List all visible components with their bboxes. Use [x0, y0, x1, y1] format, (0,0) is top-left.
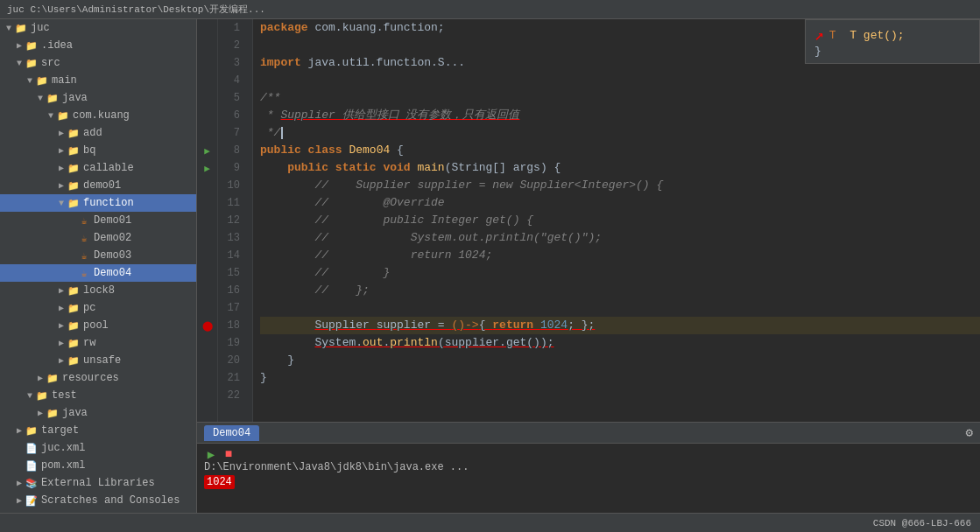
- arrow-icon: ▶: [56, 320, 67, 331]
- code-line-6: * Supplier 供给型接口 没有参数，只有返回值: [260, 107, 980, 124]
- run-controls: ▶ ■: [204, 447, 973, 461]
- sidebar-item-label: lock8: [83, 284, 115, 297]
- sidebar-item-pomxml[interactable]: 📄 pom.xml: [0, 457, 196, 474]
- gutter-cell-21: [197, 369, 217, 387]
- sidebar-item-label: resources: [62, 372, 119, 384]
- sidebar-item-juc[interactable]: ▼ 📁 juc: [0, 19, 196, 37]
- sidebar-item-bq[interactable]: ▶ 📁 bq: [0, 142, 196, 159]
- sidebar-item-java[interactable]: ▼ 📁 java: [0, 89, 196, 107]
- line-num-22: 22: [218, 387, 245, 404]
- code-line-4: [260, 72, 980, 89]
- sidebar-item-label: Demo01: [94, 214, 131, 227]
- line-num-17: 17: [218, 299, 245, 317]
- code-line-13: // System.out.println("get()");: [260, 229, 980, 247]
- settings-icon[interactable]: ⚙: [966, 425, 973, 440]
- java-icon: ☕: [77, 231, 91, 245]
- arrow-icon: ▼: [46, 111, 56, 121]
- run-gutter-icon[interactable]: ▶: [204, 163, 210, 174]
- gutter-cell-2: [197, 37, 217, 54]
- sidebar-item-pool[interactable]: ▶ 📁 pool: [0, 317, 196, 334]
- line-num-15: 15: [218, 264, 245, 282]
- gutter-cell-17: [197, 299, 217, 317]
- code-container: ▶ ▶ ⬤: [197, 19, 980, 422]
- run-command: D:\Environment\Java8\jdk8\bin\java.exe .…: [204, 461, 973, 473]
- arrow-icon: ▶: [14, 425, 25, 436]
- line-num-11: 11: [218, 194, 245, 212]
- bottom-content: ▶ ■ D:\Environment\Java8\jdk8\bin\java.e…: [197, 444, 980, 513]
- stop-button[interactable]: ■: [222, 447, 236, 461]
- folder-icon: 📁: [14, 21, 28, 35]
- line-num-18: 18: [218, 317, 245, 334]
- sidebar-item-pc[interactable]: ▶ 📁 pc: [0, 299, 196, 317]
- arrow-icon: ▶: [35, 373, 46, 383]
- folder-icon: 📁: [67, 178, 81, 192]
- cursor: [281, 127, 283, 139]
- line-num-20: 20: [218, 352, 245, 369]
- sidebar-item-label: java: [62, 407, 88, 419]
- sidebar-item-extlibs[interactable]: ▶ 📚 External Libraries: [0, 474, 196, 492]
- arrow-icon: ▶: [56, 180, 67, 191]
- sidebar-item-add[interactable]: ▶ 📁 add: [0, 124, 196, 142]
- code-line-17: [260, 299, 980, 317]
- sidebar-item-demo04-java[interactable]: ☕ Demo04: [0, 264, 196, 282]
- sidebar-item-scratches[interactable]: ▶ 📝 Scratches and Consoles: [0, 492, 196, 509]
- sidebar-item-src[interactable]: ▼ 📁 src: [0, 54, 196, 72]
- sidebar-item-test[interactable]: ▼ 📁 test: [0, 387, 196, 404]
- sidebar-item-demo02-java[interactable]: ☕ Demo02: [0, 229, 196, 247]
- gutter-cell-8: ▶: [197, 142, 217, 159]
- sidebar-item-demo03-java[interactable]: ☕ Demo03: [0, 247, 196, 264]
- arrow-icon: ▶: [56, 145, 67, 156]
- sidebar-item-jucxml[interactable]: 📄 juc.xml: [0, 439, 196, 457]
- sidebar-item-unsafe[interactable]: ▶ 📁 unsafe: [0, 352, 196, 369]
- breakpoint-icon[interactable]: ⬤: [202, 320, 213, 332]
- gutter-cell-14: [197, 247, 217, 264]
- sidebar-item-demo01[interactable]: ▶ 📁 demo01: [0, 177, 196, 194]
- sidebar-item-rw[interactable]: ▶ 📁 rw: [0, 334, 196, 352]
- gutter-cell-11: [197, 194, 217, 212]
- gutter-cell-13: [197, 229, 217, 247]
- sidebar-item-java2[interactable]: ▶ 📁 java: [0, 404, 196, 422]
- line-num-8: 8: [218, 142, 245, 159]
- sidebar-item-label: callable: [83, 162, 134, 174]
- title-bar: juc C:\Users\Administrator\Desktop\开发编程.…: [0, 0, 980, 19]
- sidebar-item-label: Demo04: [94, 267, 131, 279]
- sidebar-item-demo01-java[interactable]: ☕ Demo01: [0, 212, 196, 229]
- sidebar-item-function[interactable]: ▼ 📁 function: [0, 194, 196, 212]
- folder-icon: 📁: [35, 388, 49, 402]
- sidebar-item-label: pom.xml: [41, 459, 85, 472]
- java-icon: ☕: [77, 248, 91, 262]
- code-line-20: }: [260, 352, 980, 369]
- folder-icon: 📁: [25, 56, 39, 70]
- sidebar-item-callable[interactable]: ▶ 📁 callable: [0, 159, 196, 177]
- sidebar-item-resources[interactable]: ▶ 📁 resources: [0, 369, 196, 387]
- arrow-icon: ▼: [56, 199, 67, 208]
- code-lines[interactable]: package com.kuang.function; import java.…: [253, 19, 980, 422]
- run-gutter-icon[interactable]: ▶: [204, 145, 210, 157]
- folder-icon: 📁: [67, 126, 81, 140]
- library-icon: 📚: [25, 476, 39, 490]
- arrow-icon: ▶: [56, 355, 67, 366]
- run-tab[interactable]: Demo04: [204, 425, 259, 441]
- tooltip-brace: }: [814, 45, 821, 58]
- code-line-7: */: [260, 124, 980, 142]
- sidebar-item-lock8[interactable]: ▶ 📁 lock8: [0, 282, 196, 299]
- folder-icon: 📁: [67, 318, 81, 332]
- folder-icon: 📁: [67, 161, 81, 175]
- arrow-icon: ▶: [14, 495, 25, 506]
- sidebar-item-main[interactable]: ▼ 📁 main: [0, 72, 196, 89]
- sidebar-item-idea[interactable]: ▶ 📁 .idea: [0, 37, 196, 54]
- tooltip-line1: ↗ T T get();: [814, 25, 970, 45]
- scratches-icon: 📝: [25, 494, 39, 508]
- sidebar-item-comkuang[interactable]: ▼ 📁 com.kuang: [0, 107, 196, 124]
- play-button[interactable]: ▶: [204, 447, 218, 461]
- code-line-15: // }: [260, 264, 980, 282]
- line-num-12: 12: [218, 212, 245, 229]
- sidebar-item-target[interactable]: ▶ 📁 target: [0, 422, 196, 439]
- line-numbers: 1 2 3 4 5 6 7 8 9 10 11 12 13 14 15 16 1: [218, 19, 253, 422]
- gutter-cell-15: [197, 264, 217, 282]
- sidebar-item-label: java: [62, 92, 88, 104]
- folder-icon: 📁: [46, 91, 60, 105]
- java-icon: ☕: [77, 214, 91, 228]
- sidebar-item-label: pc: [83, 302, 95, 314]
- red-arrow-icon: ↗: [814, 25, 824, 45]
